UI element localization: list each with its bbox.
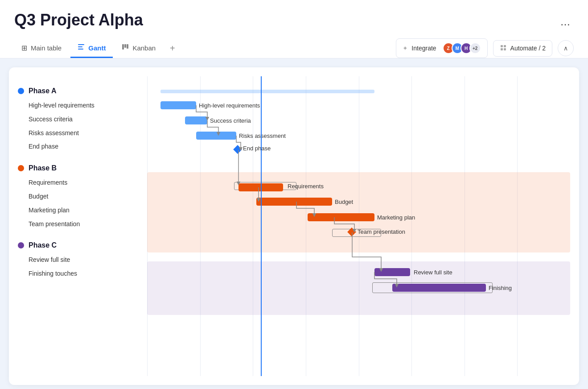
task-marketing-plan: Marketing plan	[18, 203, 143, 217]
bar-success-criteria[interactable]	[185, 116, 207, 124]
label-high-level-req: High-level requirements	[199, 101, 260, 109]
more-button[interactable]: ⋯	[557, 17, 574, 32]
phase-b-dot	[18, 165, 24, 171]
phase-a-dot	[18, 88, 24, 94]
kanban-icon	[122, 43, 129, 52]
automate-icon	[500, 44, 507, 53]
task-end-phase-a: End phase	[18, 140, 143, 153]
bar-finishing-touches[interactable]	[392, 284, 486, 292]
integrate-label: Integrate	[411, 45, 436, 52]
header: Q3 Project Alpha ⋯ ⊞ phase-a Main table	[0, 0, 588, 58]
phase-b-band	[147, 172, 570, 252]
automate-button[interactable]: Automate / 2	[493, 40, 552, 57]
tab-gantt[interactable]: Gantt	[70, 39, 113, 58]
svg-rect-7	[504, 45, 506, 47]
bar-high-level-req[interactable]	[160, 101, 196, 109]
phase-a-header: Phase A	[18, 87, 143, 95]
phase-c-label: Phase C	[29, 241, 57, 249]
task-success-criteria: Success criteria	[18, 112, 143, 126]
phase-a-label: Phase A	[29, 87, 57, 95]
tab-kanban-label: Kanban	[132, 44, 156, 52]
task-risks-assessment: Risks assessment	[18, 126, 143, 140]
gantt-container: Phase A High-level requirements Success …	[9, 67, 579, 385]
svg-rect-3	[122, 44, 124, 50]
svg-rect-9	[504, 48, 506, 50]
phase-c-header: Phase C	[18, 241, 143, 249]
phase-b-header: Phase B	[18, 164, 143, 172]
today-line	[261, 76, 262, 376]
svg-rect-8	[501, 48, 503, 50]
tab-kanban[interactable]: Kanban	[115, 39, 163, 58]
tabs-row: ⊞ phase-a Main table Gantt	[14, 38, 574, 58]
tab-gantt-label: Gantt	[88, 44, 106, 52]
gantt-chart: High-level requirements Success criteria…	[147, 76, 570, 376]
bar-review-full-site[interactable]	[374, 268, 410, 276]
task-budget: Budget	[18, 190, 143, 203]
label-review-full-site: Review full site	[414, 268, 452, 276]
svg-rect-1	[78, 46, 82, 47]
phase-b-label: Phase B	[29, 164, 57, 172]
svg-rect-4	[124, 44, 126, 48]
label-requirements: Requirements	[288, 182, 324, 190]
gantt-icon	[78, 43, 85, 52]
svg-rect-2	[78, 49, 83, 50]
tab-main-table-label: Main table	[31, 44, 62, 52]
label-marketing: Marketing plan	[377, 213, 415, 221]
tabs-right: ✦ Integrate Z M H +2	[396, 38, 574, 58]
label-team-presentation: Team presentation	[358, 228, 405, 236]
main-table-icon: ⊞	[21, 44, 27, 52]
label-finishing-touches: Finishing	[489, 284, 512, 292]
chevron-button[interactable]: ∧	[558, 40, 574, 56]
task-review-full-site: Review full site	[18, 253, 143, 267]
tabs-left: ⊞ phase-a Main table Gantt	[14, 39, 181, 58]
avatar-group: Z M H +2	[440, 42, 481, 54]
phase-a-group-bar	[160, 90, 374, 93]
tab-main-table[interactable]: ⊞ phase-a Main table	[14, 39, 69, 58]
svg-rect-5	[127, 44, 128, 49]
label-success-criteria: Success criteria	[210, 116, 251, 124]
main-content: Phase A High-level requirements Success …	[0, 58, 588, 389]
automate-label: Automate / 2	[510, 45, 546, 52]
task-finishing-touches: Finishing touches	[18, 267, 143, 281]
label-end-phase: End phase	[243, 144, 271, 152]
label-risks-assessment: Risks assessment	[239, 132, 286, 140]
bar-marketing[interactable]	[308, 213, 374, 221]
gantt-labels: Phase A High-level requirements Success …	[18, 76, 147, 376]
task-requirements: Requirements	[18, 176, 143, 190]
label-budget: Budget	[335, 198, 353, 206]
svg-rect-0	[78, 44, 84, 45]
bar-risks-assessment[interactable]	[196, 132, 236, 140]
svg-rect-6	[501, 45, 503, 47]
task-team-presentation: Team presentation	[18, 217, 143, 231]
task-high-level-req: High-level requirements	[18, 99, 143, 112]
integrate-button[interactable]: ✦ Integrate Z M H +2	[396, 38, 487, 58]
phase-c-dot	[18, 242, 24, 248]
bar-budget[interactable]	[256, 198, 332, 206]
chevron-icon: ∧	[563, 45, 568, 52]
add-tab-button[interactable]: +	[164, 39, 181, 58]
page-title: Q3 Project Alpha	[14, 11, 143, 29]
integrate-icon: ✦	[403, 45, 408, 52]
avatar-count: +2	[469, 42, 481, 54]
